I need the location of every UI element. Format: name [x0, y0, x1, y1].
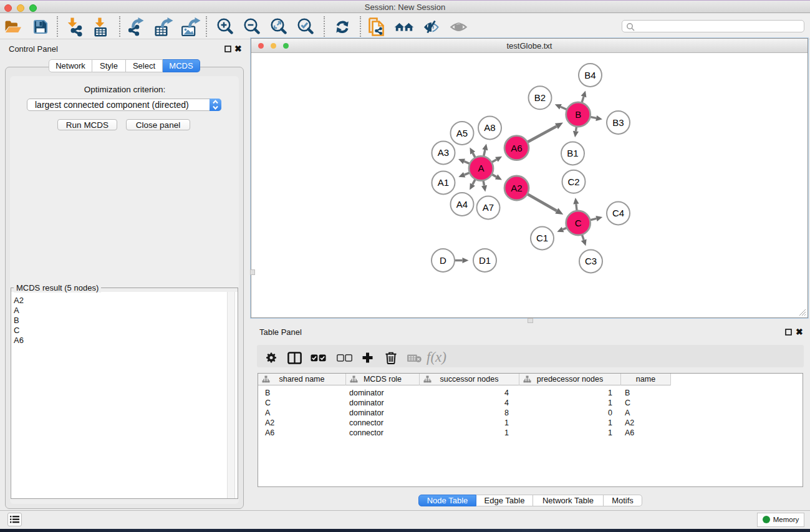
svg-text:A8: A8	[484, 122, 495, 133]
svg-text:D: D	[440, 255, 446, 266]
svg-text:A7: A7	[483, 202, 494, 213]
svg-text:A6: A6	[511, 143, 522, 153]
svg-text:C1: C1	[536, 233, 548, 243]
svg-text:A5: A5	[456, 128, 468, 138]
svg-text:C2: C2	[567, 177, 579, 187]
svg-text:B: B	[575, 109, 581, 120]
svg-text:A1: A1	[438, 177, 449, 188]
svg-text:C3: C3	[585, 256, 597, 266]
svg-text:D1: D1	[479, 255, 491, 266]
svg-text:A2: A2	[511, 183, 522, 193]
svg-text:C: C	[575, 218, 582, 228]
svg-text:B2: B2	[534, 92, 546, 103]
svg-text:A4: A4	[456, 199, 468, 210]
svg-text:B4: B4	[584, 70, 595, 80]
svg-text:C4: C4	[612, 208, 624, 218]
svg-text:B3: B3	[612, 117, 624, 128]
svg-text:A3: A3	[438, 147, 449, 158]
svg-text:A: A	[478, 163, 484, 173]
svg-text:B1: B1	[567, 148, 578, 158]
